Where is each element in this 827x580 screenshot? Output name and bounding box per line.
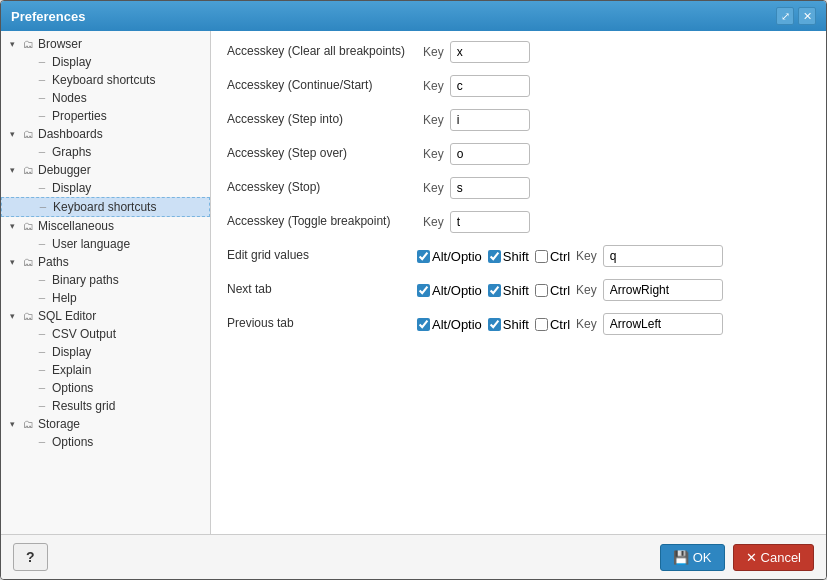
sidebar-item-debugger-display[interactable]: ─Display — [1, 179, 210, 197]
sidebar-item-display[interactable]: ─Display — [1, 53, 210, 71]
preferences-dialog: Preferences ⤢ ✕ ▾🗂Browser─Display─Keyboa… — [0, 0, 827, 580]
alt-checkbox[interactable] — [417, 284, 430, 297]
sidebar-item-graphs[interactable]: ─Graphs — [1, 143, 210, 161]
cancel-icon: ✕ — [746, 550, 757, 565]
tree-root-icon: 🗂 — [21, 219, 35, 233]
ctrl-label: Ctrl — [550, 283, 570, 298]
form-label: Accesskey (Toggle breakpoint) — [227, 214, 417, 230]
tree-root-icon: 🗂 — [21, 255, 35, 269]
sidebar-item-label: Display — [52, 55, 91, 69]
tree-leaf-icon: ─ — [35, 73, 49, 87]
sidebar-item-label: Storage — [38, 417, 80, 431]
ctrl-checkbox[interactable] — [535, 284, 548, 297]
key-input-stop[interactable] — [450, 177, 530, 199]
sidebar-item-label: User language — [52, 237, 130, 251]
tree-leaf-icon: ─ — [35, 399, 49, 413]
sidebar-item-sql-editor[interactable]: ▾🗂SQL Editor — [1, 307, 210, 325]
sidebar-item-label: CSV Output — [52, 327, 116, 341]
tree-leaf-icon: ─ — [35, 345, 49, 359]
folder-icon: ▾ — [5, 127, 19, 141]
form-row-step-over: Accesskey (Step over)Key — [227, 143, 810, 165]
key-input-next-tab[interactable] — [603, 279, 723, 301]
sidebar-item-label: Binary paths — [52, 273, 119, 287]
tree-root-icon: 🗂 — [21, 127, 35, 141]
sidebar-item-results-grid[interactable]: ─Results grid — [1, 397, 210, 415]
key-input-step-into[interactable] — [450, 109, 530, 131]
sidebar-item-debugger[interactable]: ▾🗂Debugger — [1, 161, 210, 179]
folder-icon: ▾ — [5, 219, 19, 233]
sidebar-item-browser[interactable]: ▾🗂Browser — [1, 35, 210, 53]
sidebar-item-label: Keyboard shortcuts — [52, 73, 155, 87]
key-input-edit-grid-values[interactable] — [603, 245, 723, 267]
key-input-continue-start[interactable] — [450, 75, 530, 97]
close-button[interactable]: ✕ — [798, 7, 816, 25]
main-content: Accesskey (Clear all breakpoints)KeyAcce… — [211, 31, 826, 534]
sidebar-item-storage-options[interactable]: ─Options — [1, 433, 210, 451]
shift-checkbox[interactable] — [488, 318, 501, 331]
key-input-previous-tab[interactable] — [603, 313, 723, 335]
sidebar-item-label: Miscellaneous — [38, 219, 114, 233]
sidebar-item-properties[interactable]: ─Properties — [1, 107, 210, 125]
sidebar-item-label: Explain — [52, 363, 91, 377]
sidebar-item-label: SQL Editor — [38, 309, 96, 323]
sidebar-item-user-language[interactable]: ─User language — [1, 235, 210, 253]
sidebar-item-label: Browser — [38, 37, 82, 51]
sidebar-item-keyboard-shortcuts[interactable]: ─Keyboard shortcuts — [1, 71, 210, 89]
form-row-continue-start: Accesskey (Continue/Start)Key — [227, 75, 810, 97]
dialog-footer: ? 💾 OK ✕ Cancel — [1, 534, 826, 579]
form-label: Previous tab — [227, 316, 417, 332]
sidebar-item-label: Dashboards — [38, 127, 103, 141]
sidebar-item-miscellaneous[interactable]: ▾🗂Miscellaneous — [1, 217, 210, 235]
sidebar-item-label: Display — [52, 345, 91, 359]
sidebar-item-debugger-keyboard-shortcuts[interactable]: ─Keyboard shortcuts — [1, 197, 210, 217]
tree-root-icon: 🗂 — [21, 417, 35, 431]
cancel-button[interactable]: ✕ Cancel — [733, 544, 814, 571]
sidebar-item-label: Paths — [38, 255, 69, 269]
alt-checkbox[interactable] — [417, 318, 430, 331]
checkbox-area: Alt/OptioShiftCtrl — [417, 317, 570, 332]
maximize-button[interactable]: ⤢ — [776, 7, 794, 25]
key-input-toggle-breakpoint[interactable] — [450, 211, 530, 233]
shift-label: Shift — [503, 249, 529, 264]
ok-icon: 💾 — [673, 550, 689, 565]
sidebar-item-binary-paths[interactable]: ─Binary paths — [1, 271, 210, 289]
form-label: Accesskey (Clear all breakpoints) — [227, 44, 417, 60]
shift-checkbox[interactable] — [488, 250, 501, 263]
ok-button[interactable]: 💾 OK — [660, 544, 725, 571]
ctrl-checkbox[interactable] — [535, 318, 548, 331]
alt-checkbox[interactable] — [417, 250, 430, 263]
key-label: Key — [423, 181, 444, 195]
form-row-stop: Accesskey (Stop)Key — [227, 177, 810, 199]
sidebar-item-explain[interactable]: ─Explain — [1, 361, 210, 379]
dialog-body: ▾🗂Browser─Display─Keyboard shortcuts─Nod… — [1, 31, 826, 534]
tree-root-icon: 🗂 — [21, 163, 35, 177]
sidebar-item-csv-output[interactable]: ─CSV Output — [1, 325, 210, 343]
key-input-clear-breakpoints[interactable] — [450, 41, 530, 63]
folder-icon: ▾ — [5, 37, 19, 51]
key-label: Key — [423, 147, 444, 161]
alt-label: Alt/Optio — [432, 283, 482, 298]
tree-root-icon: 🗂 — [21, 309, 35, 323]
sidebar-item-storage[interactable]: ▾🗂Storage — [1, 415, 210, 433]
form-row-previous-tab: Previous tabAlt/OptioShiftCtrlKey — [227, 313, 810, 335]
tree-leaf-icon: ─ — [35, 273, 49, 287]
key-input-step-over[interactable] — [450, 143, 530, 165]
folder-icon: ▾ — [5, 163, 19, 177]
sidebar-item-options[interactable]: ─Options — [1, 379, 210, 397]
sidebar-item-dashboards[interactable]: ▾🗂Dashboards — [1, 125, 210, 143]
sidebar-item-label: Keyboard shortcuts — [53, 200, 156, 214]
key-label: Key — [576, 283, 597, 297]
shift-label: Shift — [503, 283, 529, 298]
help-button[interactable]: ? — [13, 543, 48, 571]
sidebar-item-help[interactable]: ─Help — [1, 289, 210, 307]
sidebar-item-paths[interactable]: ▾🗂Paths — [1, 253, 210, 271]
ctrl-checkbox[interactable] — [535, 250, 548, 263]
checkbox-area: Alt/OptioShiftCtrl — [417, 283, 570, 298]
titlebar: Preferences ⤢ ✕ — [1, 1, 826, 31]
sidebar-item-sql-display[interactable]: ─Display — [1, 343, 210, 361]
shift-label: Shift — [503, 317, 529, 332]
sidebar-item-label: Results grid — [52, 399, 115, 413]
sidebar-item-nodes[interactable]: ─Nodes — [1, 89, 210, 107]
form-label: Next tab — [227, 282, 417, 298]
shift-checkbox[interactable] — [488, 284, 501, 297]
